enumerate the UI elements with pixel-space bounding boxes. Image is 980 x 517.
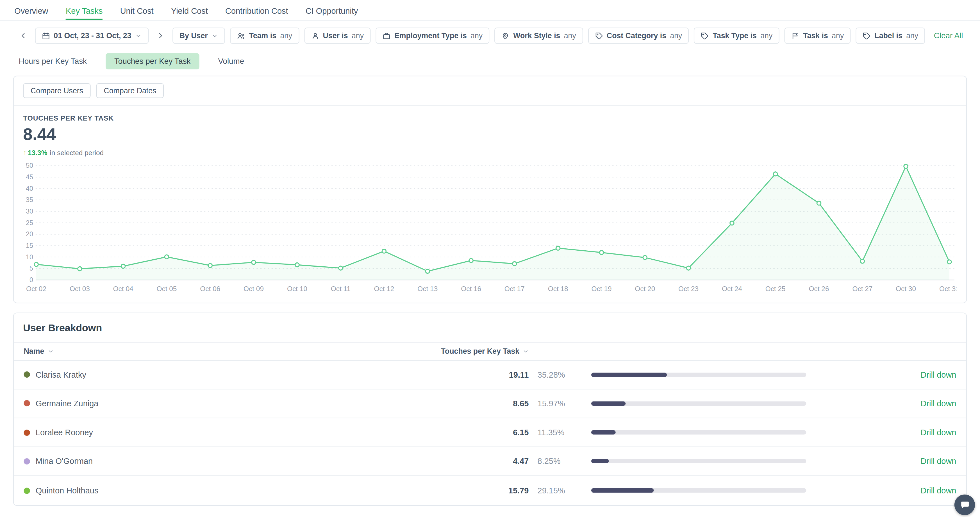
name-column-label: Name xyxy=(24,347,45,355)
drill-down-link[interactable]: Drill down xyxy=(920,457,956,466)
user-color-dot xyxy=(24,371,30,378)
percent-bar xyxy=(589,401,809,406)
filter-field: User is xyxy=(323,31,348,40)
tab-overview[interactable]: Overview xyxy=(14,6,48,20)
filter-value: any xyxy=(906,31,918,40)
filter-value: any xyxy=(670,31,682,40)
filter-value: any xyxy=(280,31,292,40)
team-icon xyxy=(237,32,245,40)
filter-chip-cost-category-is[interactable]: Cost Category isany xyxy=(588,27,689,44)
filter-chips: Team isanyUser isanyEmployment Type isan… xyxy=(230,27,925,44)
table-body: Clarisa Kratky19.1135.28%Drill downGerma… xyxy=(14,361,966,505)
bar-fill xyxy=(591,401,625,406)
chevron-right-icon xyxy=(156,31,165,40)
briefcase-icon xyxy=(383,32,391,40)
filter-chip-task-is[interactable]: Task isany xyxy=(784,27,851,44)
filter-value: any xyxy=(352,31,364,40)
table-row: Loralee Rooney6.1511.35%Drill down xyxy=(14,418,966,447)
drill-down-link[interactable]: Drill down xyxy=(920,486,956,495)
chevron-down-icon xyxy=(135,32,142,39)
user-name-cell: Mina O'Gorman xyxy=(24,457,473,466)
svg-text:Oct 13: Oct 13 xyxy=(417,285,438,293)
svg-text:Oct 17: Oct 17 xyxy=(504,285,525,293)
table-row: Clarisa Kratky19.1135.28%Drill down xyxy=(14,361,966,390)
chat-icon xyxy=(960,500,970,510)
user-breakdown-card: User Breakdown Name Touches per Key Task… xyxy=(13,312,967,506)
filter-chip-work-style-is[interactable]: Work Style isany xyxy=(494,27,583,44)
filter-bar: 01 Oct, 23 - 31 Oct, 23 By User Team isa… xyxy=(0,21,980,49)
clear-all-button[interactable]: Clear All xyxy=(934,31,963,40)
tab-ci-opportunity[interactable]: CI Opportunity xyxy=(305,6,358,20)
tab-key-tasks[interactable]: Key Tasks xyxy=(66,6,102,20)
svg-text:Oct 23: Oct 23 xyxy=(678,285,698,293)
percent-bar xyxy=(589,430,809,435)
touches-value: 15.79 xyxy=(473,486,529,495)
drill-down-link[interactable]: Drill down xyxy=(920,399,956,408)
metric-tab-touches-per-key-task[interactable]: Touches per Key Task xyxy=(106,53,199,69)
filter-field: Team is xyxy=(249,31,277,40)
date-range-value: 01 Oct, 23 - 31 Oct, 23 xyxy=(54,31,131,40)
metric-tabs: Hours per Key TaskTouches per Key TaskVo… xyxy=(0,49,980,76)
svg-text:Oct 10: Oct 10 xyxy=(287,285,307,293)
svg-text:Oct 30: Oct 30 xyxy=(896,285,916,293)
svg-text:40: 40 xyxy=(26,185,33,192)
filter-field: Task is xyxy=(803,31,828,40)
compare-users-button[interactable]: Compare Users xyxy=(23,83,91,98)
filter-field: Task Type is xyxy=(713,31,757,40)
filter-field: Work Style is xyxy=(513,31,560,40)
svg-text:Oct 31: Oct 31 xyxy=(939,285,957,293)
filter-value: any xyxy=(760,31,772,40)
group-by-select[interactable]: By User xyxy=(172,27,225,44)
percent-bar xyxy=(589,488,809,493)
table-row: Quinton Holthaus15.7929.15%Drill down xyxy=(14,476,966,505)
svg-text:0: 0 xyxy=(30,276,33,283)
tab-yield-cost[interactable]: Yield Cost xyxy=(171,6,208,20)
table-row: Mina O'Gorman4.478.25%Drill down xyxy=(14,447,966,476)
touches-percent: 15.97% xyxy=(529,399,589,408)
filter-chip-employment-type-is[interactable]: Employment Type isany xyxy=(375,27,489,44)
filter-chip-task-type-is[interactable]: Task Type isany xyxy=(694,27,780,44)
filter-value: any xyxy=(832,31,844,40)
touches-column-label: Touches per Key Task xyxy=(441,347,519,355)
svg-text:Oct 26: Oct 26 xyxy=(809,285,829,293)
user-color-dot xyxy=(24,430,30,436)
drill-down-link[interactable]: Drill down xyxy=(920,428,956,437)
svg-text:25: 25 xyxy=(26,219,33,226)
tab-contribution-cost[interactable]: Contribution Cost xyxy=(225,6,288,20)
drill-down-link[interactable]: Drill down xyxy=(920,370,956,379)
sort-by-name[interactable]: Name xyxy=(24,347,473,355)
filter-chip-team-is[interactable]: Team isany xyxy=(230,27,299,44)
svg-text:Oct 03: Oct 03 xyxy=(70,285,90,293)
svg-text:Oct 16: Oct 16 xyxy=(461,285,481,293)
user-icon xyxy=(311,32,319,40)
user-name: Mina O'Gorman xyxy=(36,457,93,466)
prev-period-button[interactable] xyxy=(16,29,30,43)
calendar-icon xyxy=(42,32,50,40)
user-name-cell: Germaine Zuniga xyxy=(24,399,473,408)
bar-track xyxy=(591,488,806,493)
filter-chip-label-is[interactable]: Label isany xyxy=(856,27,925,44)
sort-chevron-icon xyxy=(47,348,53,354)
svg-text:10: 10 xyxy=(26,253,33,261)
chat-launcher[interactable] xyxy=(955,495,975,515)
filter-chip-user-is[interactable]: User isany xyxy=(304,27,371,44)
compare-dates-button[interactable]: Compare Dates xyxy=(96,83,164,98)
touches-percent: 35.28% xyxy=(529,370,589,379)
tab-unit-cost[interactable]: Unit Cost xyxy=(120,6,154,20)
metric-tab-volume[interactable]: Volume xyxy=(218,53,244,69)
filter-field: Cost Category is xyxy=(607,31,666,40)
svg-text:Oct 20: Oct 20 xyxy=(635,285,655,293)
compare-row: Compare Users Compare Dates xyxy=(14,76,966,106)
svg-text:Oct 04: Oct 04 xyxy=(113,285,134,293)
percent-bar xyxy=(589,459,809,464)
change-suffix: in selected period xyxy=(50,149,103,156)
tag-icon xyxy=(595,32,603,40)
metric-tab-hours-per-key-task[interactable]: Hours per Key Task xyxy=(19,53,87,69)
svg-text:Oct 09: Oct 09 xyxy=(243,285,264,293)
touches-percent: 29.15% xyxy=(529,486,589,495)
next-period-button[interactable] xyxy=(154,29,168,43)
sort-by-touches[interactable]: Touches per Key Task xyxy=(441,347,529,355)
touches-value: 4.47 xyxy=(473,457,529,466)
user-name: Clarisa Kratky xyxy=(36,370,86,379)
date-range-picker[interactable]: 01 Oct, 23 - 31 Oct, 23 xyxy=(35,27,149,44)
